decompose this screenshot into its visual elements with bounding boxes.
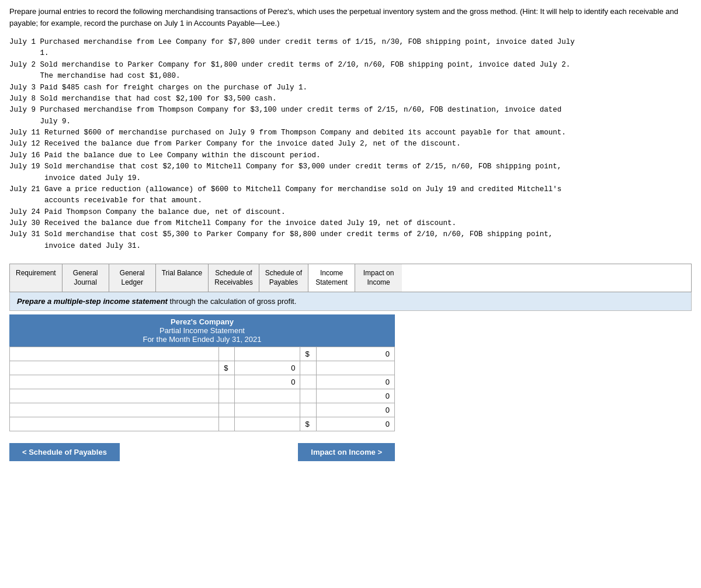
transaction-line: July 9. xyxy=(9,116,692,127)
company-name: Perez's Company xyxy=(9,317,395,326)
right-val xyxy=(316,375,394,389)
row-label-input[interactable] xyxy=(15,378,61,386)
right-val-input[interactable] xyxy=(343,420,390,428)
right-dollar xyxy=(300,361,316,375)
right-dollar xyxy=(300,389,316,403)
mid-val xyxy=(235,347,300,361)
right-dollar xyxy=(300,375,316,389)
mid-val-input[interactable] xyxy=(248,392,295,400)
instruction-rest: through the calculation of gross profit. xyxy=(168,297,296,306)
mid-val xyxy=(235,403,300,417)
right-val-input[interactable] xyxy=(343,378,390,386)
mid-dollar xyxy=(219,375,235,389)
right-val-input[interactable] xyxy=(343,392,390,400)
row-label xyxy=(10,403,219,417)
row-label xyxy=(10,389,219,403)
table-row: $ xyxy=(10,361,395,375)
right-val-input[interactable] xyxy=(343,350,390,358)
mid-dollar xyxy=(219,403,235,417)
transaction-line: July 1 Purchased merchandise from Lee Co… xyxy=(9,37,692,48)
mid-val-input[interactable] xyxy=(248,364,295,372)
row-label-input[interactable] xyxy=(15,364,61,372)
transaction-line: invoice dated July 31. xyxy=(9,241,692,252)
tab-trial-balance[interactable]: Trial Balance xyxy=(156,264,209,292)
row-label xyxy=(10,347,219,361)
transaction-line: July 2 Sold merchandise to Parker Compan… xyxy=(9,60,692,71)
transaction-line: accounts receivable for that amount. xyxy=(9,195,692,206)
transaction-line: July 16 Paid the balance due to Lee Comp… xyxy=(9,150,692,161)
transaction-line: July 21 Gave a price reduction (allowanc… xyxy=(9,184,692,195)
mid-dollar: $ xyxy=(219,361,235,375)
statement-period: For the Month Ended July 31, 2021 xyxy=(9,335,395,344)
tab-bar: Requirement GeneralJournal GeneralLedger… xyxy=(9,264,692,292)
transactions-block: July 1 Purchased merchandise from Lee Co… xyxy=(9,37,692,252)
statement-title: Partial Income Statement xyxy=(9,326,395,335)
right-val xyxy=(316,361,394,375)
row-label xyxy=(10,375,219,389)
right-dollar: $ xyxy=(300,347,316,361)
transaction-line: July 12 Received the balance due from Pa… xyxy=(9,139,692,150)
mid-dollar xyxy=(219,347,235,361)
tab-general-ledger[interactable]: GeneralLedger xyxy=(109,264,156,292)
prev-button[interactable]: < Schedule of Payables xyxy=(9,443,120,461)
tab-schedule-payables[interactable]: Schedule ofPayables xyxy=(259,264,308,292)
row-label xyxy=(10,417,219,431)
instruction-bar: Prepare a multiple-step income statement… xyxy=(9,292,692,311)
table-row: $ xyxy=(10,347,395,361)
transaction-line: July 9 Purchased merchandise from Thomps… xyxy=(9,105,692,116)
transaction-line: July 3 Paid $485 cash for freight charge… xyxy=(9,82,692,94)
mid-val xyxy=(235,389,300,403)
row-label-input[interactable] xyxy=(15,406,61,414)
transaction-line: July 19 Sold merchandise that cost $2,10… xyxy=(9,161,692,172)
row-label-input[interactable] xyxy=(15,392,61,400)
tab-impact-income[interactable]: Impact onIncome xyxy=(355,264,402,292)
mid-val-input[interactable] xyxy=(248,420,295,428)
right-val-input[interactable] xyxy=(343,406,390,414)
row-label xyxy=(10,361,219,375)
mid-val-input[interactable] xyxy=(248,406,295,414)
table-row: $ xyxy=(10,417,395,431)
mid-val xyxy=(235,361,300,375)
right-dollar: $ xyxy=(300,417,316,431)
transaction-line: July 8 Sold merchandise that had cost $2… xyxy=(9,94,692,105)
mid-val-input[interactable] xyxy=(248,350,295,358)
transaction-line: July 31 Sold merchandise that cost $5,30… xyxy=(9,229,692,240)
next-button[interactable]: Impact on Income > xyxy=(298,443,395,461)
statement-table: $ $ xyxy=(9,347,395,431)
instruction-bold: Prepare a multiple-step income statement xyxy=(17,297,168,306)
income-statement-block: Perez's Company Partial Income Statement… xyxy=(9,314,395,431)
statement-header: Perez's Company Partial Income Statement… xyxy=(9,314,395,347)
tab-schedule-receivables[interactable]: Schedule ofReceivables xyxy=(209,264,259,292)
transaction-line: July 24 Paid Thompson Company the balanc… xyxy=(9,207,692,218)
row-label-input[interactable] xyxy=(15,350,61,358)
transaction-line: 1. xyxy=(9,48,692,59)
table-row xyxy=(10,389,395,403)
right-val xyxy=(316,347,394,361)
right-val xyxy=(316,403,394,417)
table-row xyxy=(10,375,395,389)
intro-paragraph: Prepare journal entries to record the fo… xyxy=(9,6,692,29)
right-val xyxy=(316,417,394,431)
tab-income-statement[interactable]: IncomeStatement xyxy=(308,264,355,292)
mid-val xyxy=(235,417,300,431)
transaction-line: The merchandise had cost $1,080. xyxy=(9,71,692,82)
tab-general-journal[interactable]: GeneralJournal xyxy=(63,264,109,292)
tab-requirement[interactable]: Requirement xyxy=(10,264,63,292)
right-val-input[interactable] xyxy=(343,364,390,372)
right-val xyxy=(316,389,394,403)
transaction-line: invoice dated July 19. xyxy=(9,173,692,184)
table-row xyxy=(10,403,395,417)
row-label-input[interactable] xyxy=(15,420,61,428)
bottom-navigation: < Schedule of Payables Impact on Income … xyxy=(9,443,395,461)
transaction-line: July 30 Received the balance due from Mi… xyxy=(9,218,692,229)
transaction-line: July 11 Returned $600 of merchandise pur… xyxy=(9,127,692,139)
mid-val xyxy=(235,375,300,389)
mid-val-input[interactable] xyxy=(248,378,295,386)
mid-dollar xyxy=(219,389,235,403)
mid-dollar xyxy=(219,417,235,431)
right-dollar xyxy=(300,403,316,417)
